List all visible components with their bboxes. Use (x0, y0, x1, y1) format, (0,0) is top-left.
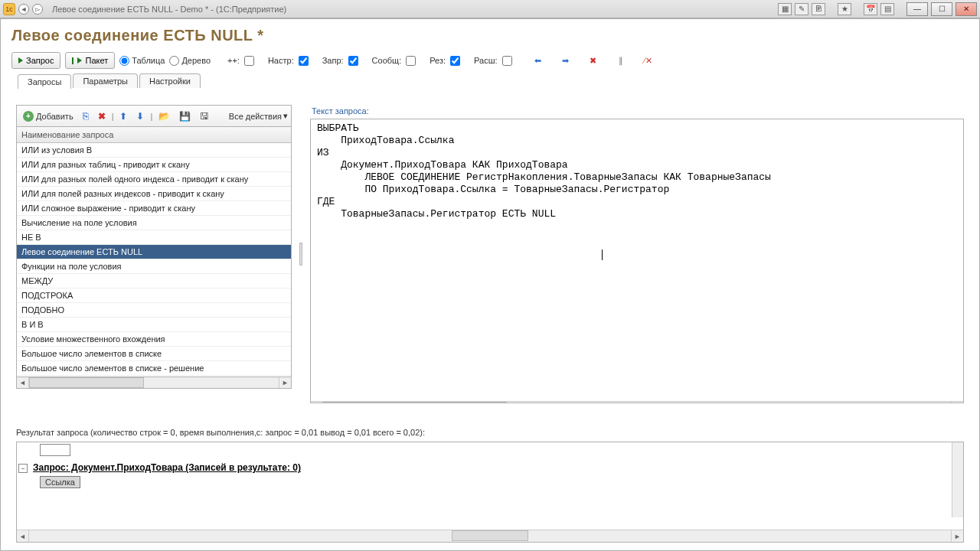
list-item[interactable]: Большое число элементов в списке - решен… (17, 361, 291, 376)
list-item[interactable]: Левое соединение ЕСТЬ NULL (17, 245, 291, 259)
comment-icon[interactable]: ∥ (615, 54, 627, 67)
hscroll-left-icon[interactable]: ◄ (17, 377, 29, 388)
tab-bar: Запросы Параметры Настройки (18, 73, 979, 88)
save-button[interactable]: 💾 (176, 109, 194, 123)
close-button[interactable]: ✕ (956, 2, 977, 16)
list-item[interactable]: Условие множественного вхождения (17, 332, 291, 347)
message-check[interactable] (406, 56, 416, 66)
ext-check[interactable] (502, 56, 512, 66)
settings-label: Настр: (268, 56, 294, 65)
list-item[interactable]: Большое число элементов в списке (17, 347, 291, 361)
list-item[interactable]: ИЛИ из условия В (17, 143, 291, 158)
open-button[interactable]: 📂 (155, 109, 173, 123)
window-title-bar: 1c ◄ ▻ Левое соединение ЕСТЬ NULL - Demo… (0, 0, 980, 18)
view-tree-radio[interactable]: Дерево (169, 56, 211, 66)
all-actions-button[interactable]: Все действия ▾ (229, 111, 288, 121)
plus-icon: + (23, 111, 34, 122)
save-as-button[interactable]: 🖫 (197, 109, 212, 123)
titlebar-tool-2-icon[interactable]: ✎ (795, 3, 808, 15)
view-table-radio[interactable]: Таблица (119, 56, 165, 66)
nav-fwd-icon[interactable]: ▻ (32, 4, 43, 15)
run-package-button[interactable]: Пакет (65, 52, 115, 69)
query-list-header: Наименование запроса (17, 127, 291, 143)
ext-check-label: Расш: (474, 56, 497, 65)
list-item[interactable]: Вычисление на поле условия (17, 216, 291, 230)
list-item[interactable]: ПОДОБНО (17, 303, 291, 318)
list-item[interactable]: В И В (17, 318, 291, 332)
delete-icon[interactable]: ✖ (587, 54, 599, 67)
list-item[interactable]: МЕЖДУ (17, 274, 291, 289)
folder-icon: 📂 (158, 111, 170, 122)
run-query-button[interactable]: Запрос (11, 52, 60, 69)
tab-parameters[interactable]: Параметры (73, 73, 138, 88)
bar-icon (72, 57, 74, 64)
add-query-button[interactable]: + Добавить (20, 109, 77, 123)
query-list-hscroll[interactable]: ◄ ► (16, 377, 292, 389)
query-text-label: Текст запроса: (310, 105, 964, 119)
run-package-label: Пакет (85, 56, 108, 65)
all-actions-label: Все действия (229, 112, 282, 121)
hscroll-right-icon[interactable]: ► (279, 377, 291, 388)
plusplus-check[interactable] (244, 56, 254, 66)
move-down-button[interactable]: ⬇ (133, 109, 147, 123)
uncomment-icon[interactable]: ⁄✕ (642, 54, 655, 67)
splitter[interactable] (298, 105, 304, 403)
separator: | (112, 112, 114, 121)
app-icon: 1c (3, 3, 15, 15)
query-text-editor[interactable]: ВЫБРАТЬ ПриходТовара.Ссылка ИЗ Документ.… (310, 119, 964, 403)
run-query-label: Запрос (26, 56, 54, 65)
result-check-label: Рез: (430, 56, 446, 65)
query-list-body[interactable]: ИЛИ из условия ВИЛИ для разных таблиц - … (17, 143, 291, 376)
tab-settings[interactable]: Настройки (139, 73, 201, 88)
plusplus-label: ++: (227, 56, 240, 65)
tab-queries[interactable]: Запросы (18, 74, 71, 89)
view-table-input[interactable] (119, 56, 129, 66)
arrow-right-icon[interactable]: ➡ (560, 54, 572, 67)
play-icon-2 (77, 57, 82, 64)
result-vscroll[interactable] (952, 442, 963, 517)
result-status-label: Результат запроса (количество строк = 0,… (16, 428, 425, 437)
list-item[interactable]: Функции на поле условия (17, 259, 291, 274)
maximize-button[interactable]: ☐ (931, 2, 952, 16)
titlebar-grid-icon[interactable]: ▤ (880, 3, 894, 15)
list-item[interactable]: ИЛИ для разных полей одного индекса - пр… (17, 172, 291, 187)
copy-icon: ⎘ (83, 110, 89, 122)
arrow-up-icon: ⬆ (119, 111, 127, 122)
list-item[interactable]: ИЛИ сложное выражение - приводит к скану (17, 201, 291, 216)
delete-query-button[interactable]: ✖ (95, 109, 109, 123)
nav-back-icon[interactable]: ◄ (18, 4, 29, 15)
result-check[interactable] (450, 56, 460, 66)
titlebar-tool-1-icon[interactable]: ▦ (778, 3, 792, 15)
result-hscroll[interactable]: ◄ ► (17, 530, 963, 542)
list-item[interactable]: ИЛИ для разных таблиц - приводит к скану (17, 158, 291, 172)
titlebar-calc-icon[interactable]: 📅 (864, 3, 877, 15)
list-item[interactable]: НЕ В (17, 230, 291, 245)
minimize-button[interactable]: — (906, 2, 928, 16)
view-table-label: Таблица (132, 56, 165, 65)
query-list-toolbar: + Добавить ⎘ ✖ | ⬆ ⬇ | 📂 💾 🖫 Все действи… (16, 105, 292, 126)
editor-hscroll[interactable]: ◄ ► (311, 401, 963, 403)
query-check[interactable] (348, 56, 358, 66)
message-check-label: Сообщ: (372, 56, 402, 65)
list-item[interactable]: ИЛИ для полей разных индексов - приводит… (17, 187, 291, 201)
copy-query-button[interactable]: ⎘ (80, 109, 92, 123)
add-query-label: Добавить (36, 112, 74, 121)
tree-collapse-icon[interactable]: − (18, 464, 28, 473)
separator-2: | (150, 112, 152, 121)
move-up-button[interactable]: ⬆ (116, 109, 130, 123)
save-icon: 💾 (179, 111, 191, 122)
titlebar-tool-3-icon[interactable]: 🖹 (812, 3, 825, 15)
result-empty-cell (40, 444, 70, 456)
result-panel: − Запрос: Документ.ПриходТовара (Записей… (16, 442, 964, 543)
arrow-left-icon[interactable]: ⬅ (532, 54, 544, 67)
save-as-icon: 🖫 (200, 111, 209, 122)
view-tree-input[interactable] (169, 56, 179, 66)
list-item[interactable]: ПОДСТРОКА (17, 289, 291, 303)
arrow-down-icon: ⬇ (136, 111, 144, 122)
delete-x-icon: ✖ (98, 111, 106, 122)
settings-check[interactable] (299, 56, 309, 66)
result-group-title[interactable]: Запрос: Документ.ПриходТовара (Записей в… (33, 462, 301, 473)
view-tree-label: Дерево (181, 56, 211, 65)
text-caret (602, 249, 603, 260)
titlebar-star-icon[interactable]: ★ (838, 3, 851, 15)
